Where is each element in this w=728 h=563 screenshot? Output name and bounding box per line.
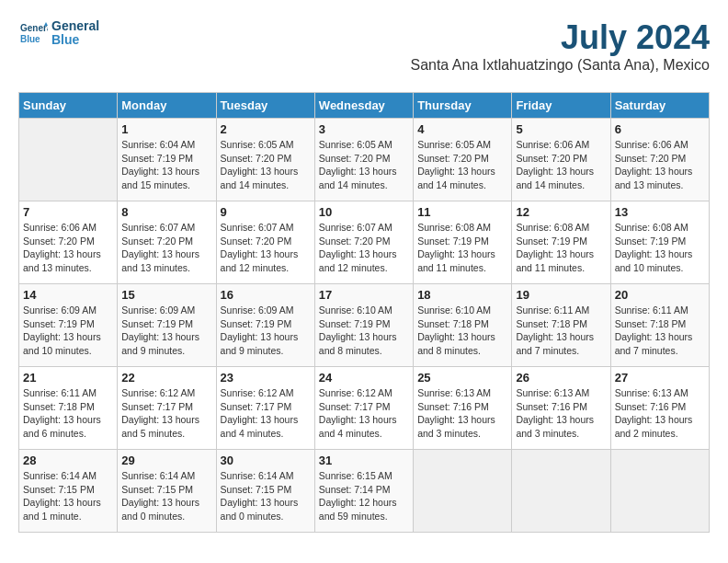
day-number: 12 [516,205,606,219]
day-info: Sunrise: 6:09 AMSunset: 7:19 PMDaylight:… [221,304,311,358]
day-number: 21 [23,371,113,385]
calendar-cell: 14Sunrise: 6:09 AMSunset: 7:19 PMDayligh… [19,284,118,367]
day-number: 30 [221,454,311,467]
logo-text-line2: Blue [51,33,99,47]
day-info: Sunrise: 6:10 AMSunset: 7:19 PMDaylight:… [319,304,409,358]
logo-text-line1: General [51,19,99,33]
week-row-4: 21Sunrise: 6:11 AMSunset: 7:18 PMDayligh… [19,367,710,450]
day-info: Sunrise: 6:08 AMSunset: 7:19 PMDaylight:… [417,221,507,275]
day-info: Sunrise: 6:14 AMSunset: 7:15 PMDaylight:… [221,469,311,523]
day-info: Sunrise: 6:06 AMSunset: 7:20 PMDaylight:… [615,138,705,192]
svg-text:General: General [20,23,48,33]
calendar-cell: 4Sunrise: 6:05 AMSunset: 7:20 PMDaylight… [414,119,512,201]
calendar-cell: 11Sunrise: 6:08 AMSunset: 7:19 PMDayligh… [414,201,512,284]
calendar-cell: 10Sunrise: 6:07 AMSunset: 7:20 PMDayligh… [314,201,413,284]
calendar-cell: 5Sunrise: 6:06 AMSunset: 7:20 PMDaylight… [512,119,610,201]
day-info: Sunrise: 6:09 AMSunset: 7:19 PMDaylight:… [23,304,113,358]
calendar-cell: 26Sunrise: 6:13 AMSunset: 7:16 PMDayligh… [512,367,610,450]
week-row-2: 7Sunrise: 6:06 AMSunset: 7:20 PMDaylight… [19,201,710,284]
day-info: Sunrise: 6:12 AMSunset: 7:17 PMDaylight:… [319,386,409,441]
day-number: 15 [121,288,211,302]
calendar-cell [610,450,709,533]
calendar-cell: 27Sunrise: 6:13 AMSunset: 7:16 PMDayligh… [610,367,709,450]
day-number: 17 [319,288,409,302]
calendar-cell: 9Sunrise: 6:07 AMSunset: 7:20 PMDaylight… [216,201,314,284]
calendar-cell: 2Sunrise: 6:05 AMSunset: 7:20 PMDaylight… [216,119,314,201]
day-number: 23 [221,371,311,385]
day-number: 29 [121,454,211,467]
day-number: 1 [121,122,211,136]
day-info: Sunrise: 6:12 AMSunset: 7:17 PMDaylight:… [221,386,311,441]
calendar-cell: 30Sunrise: 6:14 AMSunset: 7:15 PMDayligh… [216,450,314,533]
calendar-cell [414,450,512,533]
day-number: 6 [615,122,705,136]
day-info: Sunrise: 6:13 AMSunset: 7:16 PMDaylight:… [516,386,606,441]
calendar-subtitle: Santa Ana Ixtlahuatzingo (Santa Ana), Me… [410,57,710,74]
day-number: 22 [121,371,211,385]
calendar-cell: 25Sunrise: 6:13 AMSunset: 7:16 PMDayligh… [414,367,512,450]
calendar-cell: 16Sunrise: 6:09 AMSunset: 7:19 PMDayligh… [216,284,314,367]
day-info: Sunrise: 6:06 AMSunset: 7:20 PMDaylight:… [516,138,606,192]
day-number: 27 [615,371,705,385]
day-number: 31 [319,454,409,467]
calendar-cell: 17Sunrise: 6:10 AMSunset: 7:19 PMDayligh… [314,284,413,367]
day-number: 19 [516,288,606,302]
column-header-monday: Monday [118,93,216,119]
calendar-cell: 3Sunrise: 6:05 AMSunset: 7:20 PMDaylight… [314,119,413,201]
day-info: Sunrise: 6:10 AMSunset: 7:18 PMDaylight:… [417,304,507,358]
day-number: 3 [319,122,409,136]
day-info: Sunrise: 6:05 AMSunset: 7:20 PMDaylight:… [221,138,311,192]
day-number: 20 [615,288,705,302]
day-info: Sunrise: 6:08 AMSunset: 7:19 PMDaylight:… [615,221,705,275]
column-header-tuesday: Tuesday [216,93,314,119]
day-info: Sunrise: 6:15 AMSunset: 7:14 PMDaylight:… [319,469,409,523]
calendar-cell: 29Sunrise: 6:14 AMSunset: 7:15 PMDayligh… [118,450,216,533]
calendar-cell: 7Sunrise: 6:06 AMSunset: 7:20 PMDaylight… [19,201,118,284]
day-info: Sunrise: 6:07 AMSunset: 7:20 PMDaylight:… [319,221,409,275]
calendar-cell: 21Sunrise: 6:11 AMSunset: 7:18 PMDayligh… [19,367,118,450]
day-number: 28 [23,454,113,467]
day-info: Sunrise: 6:12 AMSunset: 7:17 PMDaylight:… [121,386,211,441]
calendar-cell: 22Sunrise: 6:12 AMSunset: 7:17 PMDayligh… [118,367,216,450]
day-info: Sunrise: 6:13 AMSunset: 7:16 PMDaylight:… [417,386,507,441]
column-header-friday: Friday [512,93,610,119]
calendar-cell: 23Sunrise: 6:12 AMSunset: 7:17 PMDayligh… [216,367,314,450]
calendar-cell: 8Sunrise: 6:07 AMSunset: 7:20 PMDaylight… [118,201,216,284]
day-info: Sunrise: 6:05 AMSunset: 7:20 PMDaylight:… [319,138,409,192]
day-number: 9 [221,205,311,219]
day-info: Sunrise: 6:11 AMSunset: 7:18 PMDaylight:… [516,304,606,358]
day-info: Sunrise: 6:09 AMSunset: 7:19 PMDaylight:… [121,304,211,358]
calendar-title: July 2024 [410,18,710,57]
day-number: 11 [417,205,507,219]
column-header-saturday: Saturday [610,93,709,119]
title-section: July 2024 Santa Ana Ixtlahuatzingo (Sant… [410,18,710,83]
day-number: 10 [319,205,409,219]
day-number: 18 [417,288,507,302]
calendar-cell: 1Sunrise: 6:04 AMSunset: 7:19 PMDaylight… [118,119,216,201]
logo-icon: General Blue [18,18,48,48]
column-header-sunday: Sunday [19,93,118,119]
calendar-cell: 20Sunrise: 6:11 AMSunset: 7:18 PMDayligh… [610,284,709,367]
day-info: Sunrise: 6:08 AMSunset: 7:19 PMDaylight:… [516,221,606,275]
week-row-5: 28Sunrise: 6:14 AMSunset: 7:15 PMDayligh… [19,450,710,533]
calendar-cell: 12Sunrise: 6:08 AMSunset: 7:19 PMDayligh… [512,201,610,284]
calendar-cell: 28Sunrise: 6:14 AMSunset: 7:15 PMDayligh… [19,450,118,533]
day-info: Sunrise: 6:04 AMSunset: 7:19 PMDaylight:… [121,138,211,192]
day-info: Sunrise: 6:14 AMSunset: 7:15 PMDaylight:… [23,469,113,523]
column-header-wednesday: Wednesday [314,93,413,119]
day-info: Sunrise: 6:07 AMSunset: 7:20 PMDaylight:… [121,221,211,275]
calendar-table: SundayMondayTuesdayWednesdayThursdayFrid… [18,92,710,533]
calendar-cell: 13Sunrise: 6:08 AMSunset: 7:19 PMDayligh… [610,201,709,284]
day-number: 24 [319,371,409,385]
day-number: 14 [23,288,113,302]
column-header-thursday: Thursday [414,93,512,119]
day-number: 16 [221,288,311,302]
calendar-cell: 6Sunrise: 6:06 AMSunset: 7:20 PMDaylight… [610,119,709,201]
day-number: 25 [417,371,507,385]
svg-text:Blue: Blue [20,34,40,44]
logo: General Blue General Blue [18,18,99,48]
day-number: 13 [615,205,705,219]
day-number: 7 [23,205,113,219]
day-info: Sunrise: 6:05 AMSunset: 7:20 PMDaylight:… [417,138,507,192]
day-info: Sunrise: 6:07 AMSunset: 7:20 PMDaylight:… [221,221,311,275]
